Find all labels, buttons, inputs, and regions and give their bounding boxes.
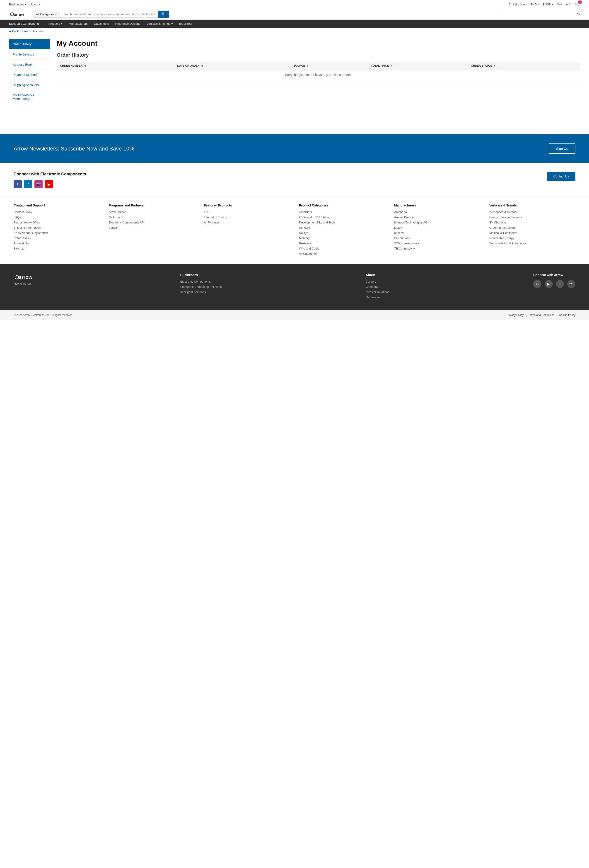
- footer-link-green-infra[interactable]: Green Infrastructure: [489, 226, 576, 229]
- sidebar-item-shipping-accounts[interactable]: Shipping Accounts: [9, 80, 50, 90]
- sidebar-item-address-book[interactable]: Address Book: [9, 60, 50, 70]
- nav-link-bom-tool[interactable]: BOM Tool: [176, 20, 195, 28]
- location-menu[interactable]: 📍 Hello Jon ▾: [508, 3, 527, 6]
- svg-text:arrow: arrow: [14, 13, 24, 16]
- col-source[interactable]: SOURCE ⇅: [290, 62, 368, 70]
- bottom-facebook-icon[interactable]: f: [556, 280, 564, 288]
- footer-link-all-products[interactable]: All Products: [204, 221, 290, 224]
- footer-link-aerospace[interactable]: Aerospace & Defense: [489, 210, 576, 214]
- footer-link-resistors[interactable]: Resistors: [299, 242, 385, 245]
- bottom-link-investor[interactable]: Investor Relations: [366, 290, 389, 294]
- footer-link-stmicro[interactable]: STMicroelectronics: [394, 242, 480, 245]
- footer-link-leds[interactable]: LEDs and LED Lighting: [299, 216, 385, 219]
- sidebar-item-arrowperks[interactable]: My ArrowPerks Membership: [9, 90, 50, 104]
- sort-icon-price: ⇅: [390, 65, 392, 67]
- cart-wrapper[interactable]: 🛒 4: [575, 2, 580, 7]
- sidebar-item-profile-settings[interactable]: Profile Settings: [9, 49, 50, 60]
- bottom-link-enterprise[interactable]: Enterprise Computing Solutions: [180, 285, 222, 288]
- bottom-link-company[interactable]: Company: [366, 285, 389, 288]
- businesses-menu[interactable]: Businesses ▾: [9, 3, 26, 6]
- verticals-label: Verticals & Trends: [147, 22, 170, 25]
- youtube-icon[interactable]: ▶: [45, 180, 53, 188]
- footer-link-myarrow[interactable]: MyArrow™: [109, 216, 195, 219]
- cookie-policy-link[interactable]: Cookie Policy: [559, 313, 576, 317]
- breadcrumb: ◀ Back Home / Account: [0, 28, 589, 35]
- table-row: Sorry, but you do not have any previous …: [57, 70, 580, 80]
- footer-link-vendor[interactable]: Arrow Vendor Registration: [13, 231, 100, 235]
- bottom-arrow-logo: ⬡arrow: [13, 273, 36, 281]
- contact-us-button[interactable]: Contact Us: [547, 172, 576, 181]
- footer-link-ipe[interactable]: IP&E: [204, 210, 290, 214]
- footer-link-return[interactable]: Return Policy: [13, 236, 100, 240]
- footer-link-molex[interactable]: Molex: [394, 226, 480, 229]
- footer-link-onsemi[interactable]: onsemi: [394, 231, 480, 235]
- currency-menu[interactable]: $ USD ▾: [542, 3, 553, 6]
- bottom-link-intelligent[interactable]: Intelligent Solutions: [180, 290, 222, 294]
- col-total-price[interactable]: TOTAL PRICE ⇅: [368, 62, 468, 70]
- footer-links: Contact and Support Contact Arrow FAQs F…: [0, 196, 589, 264]
- footer-link-accessibility[interactable]: Accessibility: [13, 242, 100, 245]
- footer-link-sensors[interactable]: Sensors: [299, 226, 385, 229]
- nav-link-reference-designs[interactable]: Reference Designs: [112, 20, 144, 28]
- footer-link-faqs[interactable]: FAQs: [13, 216, 100, 219]
- bottom-instagram-icon[interactable]: 📷: [567, 280, 576, 288]
- footer-link-api[interactable]: Electronic Components API: [109, 221, 195, 224]
- bottom-linkedin-icon[interactable]: in: [533, 280, 542, 288]
- footer-link-amplifiers[interactable]: Amplifiers: [299, 210, 385, 214]
- footer-link-arrowsphere[interactable]: ArrowSphere: [109, 210, 195, 214]
- linkedin-icon[interactable]: in: [24, 180, 32, 188]
- arrow-logo: ⬡ arrow: [9, 11, 27, 18]
- search-input[interactable]: [60, 11, 158, 18]
- footer-link-wire[interactable]: Wire and Cable: [299, 247, 385, 250]
- footer-link-energy-storage[interactable]: Energy Storage Systems: [489, 216, 576, 219]
- footer-link-sitemap[interactable]: Sitemap: [13, 247, 100, 250]
- bottom-link-careers[interactable]: Careers: [366, 280, 389, 283]
- footer-link-verical[interactable]: Verical: [109, 226, 195, 229]
- category-select[interactable]: All Categories ▾: [33, 11, 60, 18]
- footer-link-all-categories[interactable]: All Categories: [299, 252, 385, 255]
- home-breadcrumb[interactable]: Home: [21, 30, 28, 33]
- nav-link-verticals[interactable]: Verticals & Trends ▾: [143, 20, 176, 28]
- footer-link-find-office[interactable]: Find an Arrow Office: [13, 221, 100, 224]
- facebook-icon[interactable]: f: [13, 180, 22, 188]
- logo-area[interactable]: ⬡ arrow: [9, 11, 27, 18]
- col-order-status[interactable]: ORDER STATUS ⇅: [468, 62, 580, 70]
- footer-link-iot[interactable]: Internet of Things: [204, 216, 290, 219]
- footer-link-amphenol[interactable]: Amphenol: [394, 210, 480, 214]
- back-link[interactable]: ◀ Back: [9, 30, 19, 33]
- nav-link-products[interactable]: Products ▾: [45, 20, 65, 28]
- footer-link-infineon[interactable]: Infineon Technologies AG: [394, 221, 480, 224]
- footer-link-ev-charging[interactable]: EV Charging: [489, 221, 576, 224]
- nav-link-manufacturers[interactable]: Manufacturers: [66, 20, 91, 28]
- nav-link-datasheets[interactable]: Datasheets: [91, 20, 112, 28]
- col-order-number[interactable]: ORDER NUMBER ⇅: [57, 62, 174, 70]
- sidebar-item-order-history[interactable]: Order History: [9, 39, 50, 49]
- footer-link-renewable[interactable]: Renewable Energy: [489, 236, 576, 240]
- footer-link-relays[interactable]: Relays: [299, 231, 385, 235]
- about-menu[interactable]: About ▾: [31, 3, 40, 6]
- bottom-link-newsroom[interactable]: Newsroom: [366, 295, 389, 299]
- footer-link-memory[interactable]: Memory: [299, 236, 385, 240]
- bottom-link-electronic[interactable]: Electronic Components: [180, 280, 222, 283]
- myarrow-link[interactable]: MyArrow™: [557, 3, 571, 6]
- footer-link-silicon-labs[interactable]: Silicon Labs: [394, 236, 480, 240]
- footer-link-te-connectivity[interactable]: TE Connectivity: [394, 247, 480, 250]
- top-nav-left: Businesses ▾ About ▾: [9, 3, 40, 6]
- newsletter-signup-button[interactable]: Sign Up: [549, 143, 576, 154]
- filter-icon[interactable]: ⚙: [576, 12, 580, 17]
- footer-link-transportation[interactable]: Transportation & Automotive: [489, 242, 576, 245]
- bottom-youtube-icon[interactable]: ▶: [545, 280, 553, 288]
- footer-link-dev-kits[interactable]: Development Kits and Tools: [299, 221, 385, 224]
- search-button[interactable]: 🔍: [158, 11, 169, 18]
- instagram-icon[interactable]: 📷: [34, 180, 43, 188]
- footer-link-medical[interactable]: Medical & Healthcare: [489, 231, 576, 235]
- language-menu[interactable]: ENG ▾: [530, 3, 539, 6]
- top-nav-right: 📍 Hello Jon ▾ ENG ▾ $ USD ▾ MyArrow™ 🛒 4: [508, 2, 580, 7]
- terms-link[interactable]: Terms and Conditions: [528, 313, 554, 317]
- col-date-of-order[interactable]: DATE OF ORDER ⇅: [174, 62, 290, 70]
- footer-link-contact-arrow[interactable]: Contact Arrow: [13, 210, 100, 214]
- sidebar-item-payment-methods[interactable]: Payment Methods: [9, 70, 50, 80]
- footer-link-analog-devices[interactable]: Analog Devices: [394, 216, 480, 219]
- privacy-policy-link[interactable]: Privacy Policy: [507, 313, 524, 317]
- footer-link-shipping[interactable]: Shipping Information: [13, 226, 100, 229]
